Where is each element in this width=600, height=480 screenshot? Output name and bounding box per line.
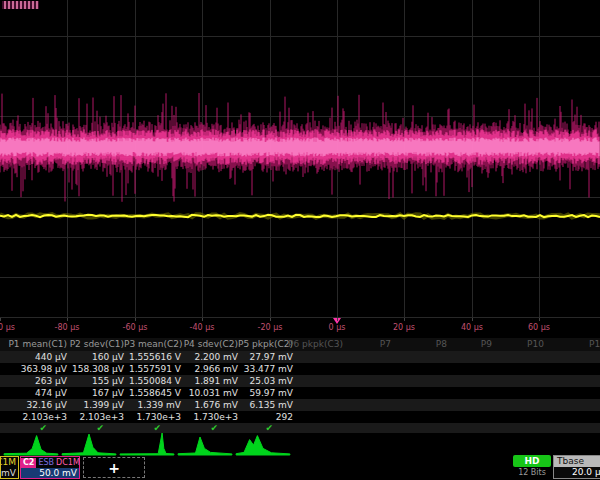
add-trace-dropzone[interactable]: + (83, 457, 145, 478)
oscilloscope-screen: -100 µs-80 µs-60 µs-40 µs-20 µs0 µs20 µs… (0, 0, 600, 480)
c2-coupling-label: DC1M (56, 457, 80, 468)
measurement-value: 59.97 mV (238, 387, 293, 399)
measurement-row-num: 2.103e+32.103e+31.730e+31.730e+3292 (0, 411, 600, 423)
plus-icon: + (108, 460, 120, 476)
measurement-value: 363.98 µV (0, 363, 67, 375)
measurement-row-max: 474 µV167 µV1.558645 V10.031 mV59.97 mV (0, 387, 600, 399)
time-axis-label: 20 µs (393, 323, 415, 332)
time-axis-label: -60 µs (123, 323, 148, 332)
measurement-value: 25.03 mV (238, 375, 293, 387)
measurement-value: 1.555616 V (124, 351, 181, 363)
measurement-value: 263 µV (0, 375, 67, 387)
measurement-value: 474 µV (0, 387, 67, 399)
axis-tick (135, 318, 136, 321)
measurement-value: 1.730e+3 (124, 411, 181, 423)
time-axis-label: -100 µs (0, 323, 15, 332)
measurement-header[interactable]: P2 sdev(C1) (67, 338, 124, 351)
measurement-value: 1.557591 V (124, 363, 181, 375)
measurement-value: 27.97 mV (238, 351, 293, 363)
channel-c1-descriptor[interactable]: DC1M 10.0 mV (0, 456, 19, 479)
channel-c2-descriptor[interactable]: C2 ESB DC1M 50.0 mV (20, 456, 80, 479)
measurement-header-unused[interactable]: P9 (432, 338, 492, 351)
measurement-value: 2.103e+3 (0, 411, 67, 423)
time-axis-label: 0 µs (329, 323, 346, 332)
waveform-plot-area (0, 0, 600, 318)
measurement-row-sdev: 32.16 µV1.399 µV1.339 mV1.676 mV6.135 mV (0, 399, 600, 411)
time-axis: -100 µs-80 µs-60 µs-40 µs-20 µs0 µs20 µs… (0, 318, 600, 338)
axis-tick (472, 318, 473, 321)
measurement-value: 2.103e+3 (67, 411, 124, 423)
time-axis-label: 40 µs (461, 323, 483, 332)
measurement-header-unused[interactable]: P7 (331, 338, 391, 351)
measurement-header[interactable]: P1 mean(C1) (0, 338, 67, 351)
timebase-value: 20.0 µs/div (554, 467, 600, 478)
c2-volts-per-div: 50.0 mV (21, 468, 79, 478)
hd-mode-badge[interactable]: HD (513, 455, 551, 467)
measurement-value: 2.966 mV (181, 363, 238, 375)
time-axis-label: -20 µs (258, 323, 283, 332)
axis-tick (67, 318, 68, 321)
measurement-value: 33.477 mV (238, 363, 293, 375)
measurement-value: 1.558645 V (124, 387, 181, 399)
measurement-header[interactable]: P4 sdev(C2) (181, 338, 238, 351)
measurement-value: 2.200 mV (181, 351, 238, 363)
time-axis-label: -40 µs (190, 323, 215, 332)
measurement-value: 160 µV (67, 351, 124, 363)
measurement-value: 1.730e+3 (181, 411, 238, 423)
measurement-value: 155 µV (67, 375, 124, 387)
measurement-value: 158.308 µV (67, 363, 124, 375)
measurement-header-unused[interactable]: P11 (589, 338, 600, 351)
measurement-value: 1.399 µV (67, 399, 124, 411)
measurement-header[interactable]: P3 mean(C2) (124, 338, 181, 351)
measurement-value: 1.550084 V (124, 375, 181, 387)
axis-tick (539, 318, 540, 321)
bit-resolution-label: 12 Bits (505, 468, 559, 477)
measurement-row-value: 440 µV160 µV1.555616 V2.200 mV27.97 mV (0, 351, 600, 363)
time-axis-label: -80 µs (55, 323, 80, 332)
time-axis-label: 60 µs (528, 323, 550, 332)
measurement-row-mean: 363.98 µV158.308 µV1.557591 V2.966 mV33.… (0, 363, 600, 375)
c2-channel-tag: C2 (21, 458, 36, 468)
timebase-title: Tbase (554, 456, 600, 467)
measurement-value: 1.339 mV (124, 399, 181, 411)
measurement-value: 292 (238, 411, 293, 423)
c1-volts-per-div: 10.0 mV (0, 468, 18, 479)
measurement-value: 32.16 µV (0, 399, 67, 411)
axis-tick (270, 318, 271, 321)
measurement-value: 1.891 mV (181, 375, 238, 387)
measurement-row-min: 263 µV155 µV1.550084 V1.891 mV25.03 mV (0, 375, 600, 387)
measurement-value: 6.135 mV (238, 399, 293, 411)
measurement-value: 440 µV (0, 351, 67, 363)
measurement-value: 10.031 mV (181, 387, 238, 399)
timebase-descriptor[interactable]: Tbase 20.0 µs/div (553, 455, 600, 479)
measurement-histicons[interactable] (0, 432, 600, 456)
axis-tick (202, 318, 203, 321)
c2-mode-label: ESB (38, 457, 54, 468)
measurement-value: 1.676 mV (181, 399, 238, 411)
measurement-value: 167 µV (67, 387, 124, 399)
axis-tick (337, 318, 338, 321)
c1-coupling-label: DC1M (0, 457, 18, 468)
measurement-table: P1 mean(C1)P2 sdev(C1)P3 mean(C2)P4 sdev… (0, 338, 600, 433)
axis-tick (404, 318, 405, 321)
axis-tick (0, 318, 1, 321)
measurement-header-unused[interactable]: P10 (484, 338, 544, 351)
